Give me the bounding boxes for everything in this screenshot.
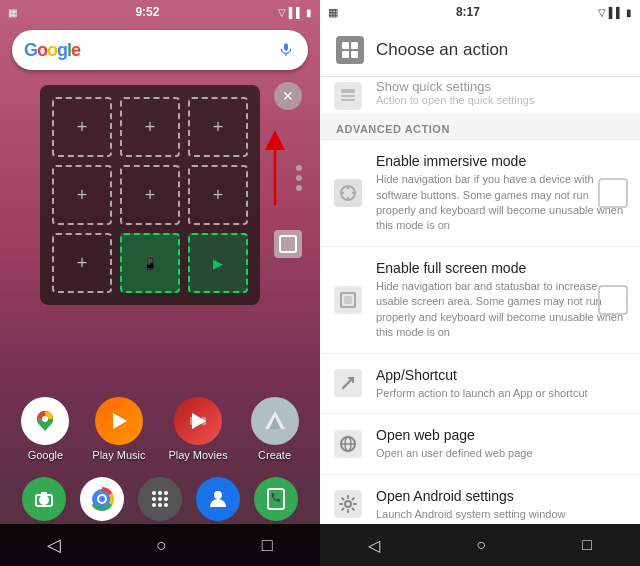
app-google[interactable]: Google <box>21 397 69 461</box>
dock-phone[interactable]: 📞 <box>254 477 298 521</box>
svg-point-22 <box>158 497 162 501</box>
dock-contacts[interactable] <box>196 477 240 521</box>
partial-item-title: Show quick settings <box>376 79 624 94</box>
svg-rect-9 <box>202 417 206 425</box>
svg-rect-33 <box>341 89 355 93</box>
svg-point-26 <box>164 503 168 507</box>
svg-point-20 <box>164 491 168 495</box>
fullscreen-title: Enable full screen mode <box>376 259 624 277</box>
dock-chrome[interactable] <box>80 477 124 521</box>
svg-rect-14 <box>41 492 47 495</box>
dot-3 <box>296 185 302 191</box>
action-item-web-page[interactable]: Open web page Open an user defined web p… <box>320 414 640 475</box>
dot-1 <box>296 165 302 171</box>
immersive-icon <box>334 179 362 207</box>
svg-rect-30 <box>351 42 358 49</box>
back-button[interactable]: ◁ <box>47 534 61 556</box>
grid-cell-6[interactable]: + <box>188 165 248 225</box>
nav-bar-left: ◁ ○ □ <box>0 524 320 566</box>
svg-marker-6 <box>113 413 127 429</box>
svg-rect-34 <box>341 95 355 97</box>
red-arrow <box>260 130 290 210</box>
grid-cell-1[interactable]: + <box>52 97 112 157</box>
left-status-icons: ▦ <box>8 7 17 18</box>
play-music-label: Play Music <box>92 449 145 461</box>
status-bar-left: ▦ 9:52 ▽ ▌▌ ▮ <box>0 0 320 24</box>
svg-rect-2 <box>280 236 296 252</box>
svg-point-19 <box>158 491 162 495</box>
widget-grid-overlay[interactable]: + + + + + + + 📱 ▶ <box>40 85 260 305</box>
right-battery-icon: ▮ <box>626 7 632 18</box>
svg-point-25 <box>158 503 162 507</box>
svg-point-27 <box>214 491 222 499</box>
right-notif-icon: ▦ <box>328 6 338 19</box>
svg-rect-0 <box>284 43 288 50</box>
left-panel: ▦ 9:52 ▽ ▌▌ ▮ Google + + + + + + + 📱 <box>0 0 320 566</box>
left-signal-icons: ▽ ▌▌ ▮ <box>278 7 312 18</box>
action-list[interactable]: Show quick settings Action to open the q… <box>320 77 640 524</box>
mic-icon[interactable] <box>276 40 296 60</box>
app-create[interactable]: Create <box>251 397 299 461</box>
app-shortcut-desc: Perform action to launch an App or short… <box>376 386 624 401</box>
right-back-button[interactable]: ◁ <box>368 536 380 555</box>
grid-cell-5[interactable]: + <box>120 165 180 225</box>
fullscreen-desc: Hide navigation bar and statusbar to inc… <box>376 279 624 341</box>
recents-button[interactable]: □ <box>262 535 273 556</box>
partial-item-icon <box>334 82 362 110</box>
wifi-icon: ▽ <box>278 7 286 18</box>
home-button[interactable]: ○ <box>156 535 167 556</box>
grid-cell-8-highlight[interactable]: 📱 <box>120 233 180 293</box>
action-item-immersive[interactable]: Enable immersive mode Hide navigation ba… <box>320 140 640 247</box>
close-button[interactable]: ✕ <box>274 82 302 110</box>
three-dots-handle[interactable] <box>296 165 302 191</box>
create-icon <box>251 397 299 445</box>
dock-camera[interactable] <box>22 477 66 521</box>
action-item-android-settings[interactable]: Open Android settings Launch Android sys… <box>320 475 640 524</box>
partial-item[interactable]: Show quick settings Action to open the q… <box>320 77 640 115</box>
right-wifi-icon: ▽ <box>598 7 606 18</box>
right-home-button[interactable]: ○ <box>476 536 486 554</box>
right-signal-icon: ▌▌ <box>609 7 623 18</box>
immersive-title: Enable immersive mode <box>376 152 624 170</box>
app-shortcut-title: App/Shortcut <box>376 366 624 384</box>
action-item-app-shortcut[interactable]: App/Shortcut Perform action to launch an… <box>320 354 640 415</box>
create-label: Create <box>258 449 291 461</box>
svg-rect-32 <box>351 51 358 58</box>
action-item-fullscreen[interactable]: Enable full screen mode Hide navigation … <box>320 247 640 354</box>
right-signal-icons: ▽ ▌▌ ▮ <box>598 7 632 18</box>
svg-rect-29 <box>342 42 349 49</box>
play-movies-icon <box>174 397 222 445</box>
grid-cell-9-highlight[interactable]: ▶ <box>188 233 248 293</box>
bottom-apps-row: Google Play Music Play Movies <box>0 397 320 461</box>
grid-cell-2[interactable]: + <box>120 97 180 157</box>
android-settings-icon <box>334 490 362 518</box>
immersive-desc: Hide navigation bar if you have a device… <box>376 172 624 234</box>
app-shortcut-icon <box>334 369 362 397</box>
web-page-title: Open web page <box>376 426 624 444</box>
grid-cell-4[interactable]: + <box>52 165 112 225</box>
dock-apps[interactable] <box>138 477 182 521</box>
svg-rect-42 <box>344 296 352 304</box>
resize-handle[interactable] <box>274 230 302 258</box>
google-logo: Google <box>24 40 80 61</box>
right-panel: ▦ 8:17 ▽ ▌▌ ▮ Choose an action <box>320 0 640 566</box>
action-header: Choose an action <box>320 24 640 77</box>
notification-icon: ▦ <box>8 7 17 18</box>
action-header-title: Choose an action <box>376 40 508 60</box>
svg-point-17 <box>99 496 105 502</box>
section-header-advanced: ADVANCED ACTION <box>320 115 640 140</box>
right-recents-button[interactable]: □ <box>582 536 592 554</box>
svg-point-12 <box>39 495 49 505</box>
app-play-music[interactable]: Play Music <box>92 397 145 461</box>
google-maps-icon <box>21 397 69 445</box>
svg-rect-31 <box>342 51 349 58</box>
search-bar[interactable]: Google <box>12 30 308 70</box>
battery-icon: ▮ <box>306 7 312 18</box>
grid-cell-7[interactable]: + <box>52 233 112 293</box>
grid-cell-3[interactable]: + <box>188 97 248 157</box>
play-music-icon <box>95 397 143 445</box>
svg-text:📞: 📞 <box>271 492 281 502</box>
web-page-desc: Open an user defined web page <box>376 446 624 461</box>
app-play-movies[interactable]: Play Movies <box>168 397 227 461</box>
dock-row: 📞 <box>0 477 320 521</box>
